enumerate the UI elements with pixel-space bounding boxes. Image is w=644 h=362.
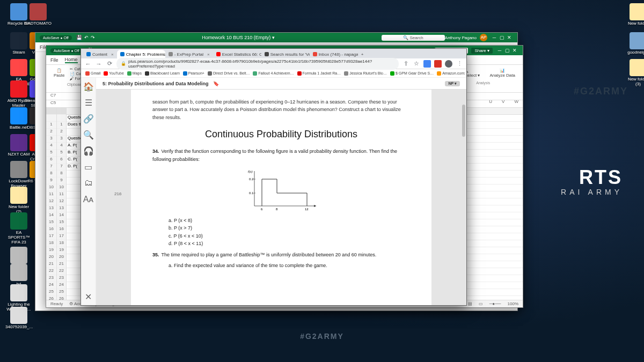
bookmark-star-icon[interactable]: ☆: [413, 60, 420, 67]
row-header[interactable]: 2: [57, 129, 66, 136]
row-header[interactable]: 4: [46, 143, 56, 150]
row-header[interactable]: 19: [46, 247, 56, 254]
row-header[interactable]: 20: [57, 254, 66, 261]
row-header[interactable]: 12: [57, 198, 66, 205]
row-header[interactable]: 18: [57, 240, 66, 247]
row-header[interactable]: 9: [46, 178, 56, 184]
new-tab-button[interactable]: +: [358, 50, 367, 58]
font-size-icon[interactable]: Aᴀ: [84, 195, 93, 203]
row-header[interactable]: 22: [57, 268, 66, 275]
row-header[interactable]: 2: [46, 129, 56, 136]
share-button[interactable]: Share ▾: [471, 48, 493, 54]
browser-tab[interactable]: Chapter 5: Problems and E...×: [117, 50, 165, 58]
row-header[interactable]: 21: [46, 261, 56, 268]
desktop-icon[interactable]: 340752039_...: [5, 307, 32, 330]
chrome-menu-icon[interactable]: ⋮: [456, 60, 463, 67]
row-header[interactable]: 16: [57, 226, 66, 233]
tab-home[interactable]: Home: [65, 57, 78, 63]
row-header[interactable]: 22: [46, 268, 56, 275]
bookmark-item[interactable]: Direct Drive vs. Belt…: [208, 71, 250, 76]
row-header[interactable]: 9: [57, 178, 66, 184]
reload-button[interactable]: ⟳: [106, 60, 113, 67]
user-name[interactable]: Anthony Pagano: [445, 35, 477, 40]
row-header[interactable]: 5: [57, 150, 66, 157]
row-header[interactable]: 17: [57, 233, 66, 240]
row-header[interactable]: 10: [57, 184, 66, 191]
desktop-icon[interactable]: goodneig...: [625, 32, 644, 55]
row-header[interactable]: 16: [46, 226, 56, 233]
bookmark-item[interactable]: Maps: [127, 71, 142, 76]
bookmark-page-icon[interactable]: 🔖: [213, 81, 219, 86]
desktop-icon[interactable]: EA SPORTS™ FIFA 23: [5, 212, 32, 245]
share-icon[interactable]: ⇪: [402, 60, 409, 67]
extension-1-icon[interactable]: [423, 60, 431, 68]
row-header[interactable]: 5: [46, 150, 56, 157]
row-header[interactable]: 25: [57, 289, 66, 296]
undo-icon[interactable]: ↶: [84, 35, 89, 40]
row-header[interactable]: 14: [46, 212, 56, 219]
close-sidebar-icon[interactable]: ✕: [84, 292, 93, 301]
row-header[interactable]: 8: [46, 171, 56, 178]
row-header[interactable]: 3: [46, 136, 56, 143]
row-header[interactable]: 11: [46, 191, 56, 198]
zoom-slider[interactable]: ─●──: [489, 301, 501, 306]
profile-avatar[interactable]: [445, 60, 452, 68]
row-header[interactable]: 24: [46, 282, 56, 289]
row-header[interactable]: 25: [46, 289, 56, 296]
maximize-icon[interactable]: ▢: [503, 48, 511, 53]
analyze-data-button[interactable]: 📊Analyze Data: [486, 67, 518, 79]
bookmark-item[interactable]: Fallout 4 Achievem…: [253, 71, 294, 76]
zoom-level[interactable]: 100%: [508, 301, 518, 306]
browser-tab[interactable]: - ExPrep Portal×: [165, 50, 213, 58]
close-icon[interactable]: ✕: [511, 48, 518, 53]
row-header[interactable]: 18: [46, 240, 56, 247]
tab-close-icon[interactable]: ×: [207, 52, 210, 57]
row-header[interactable]: 3: [57, 136, 66, 143]
view-break-icon[interactable]: ▭: [479, 301, 483, 306]
desktop-icon[interactable]: New folder: [625, 3, 644, 26]
minimize-icon[interactable]: ─: [496, 48, 503, 53]
user-avatar[interactable]: AP: [480, 34, 487, 41]
scrollbar-thumb[interactable]: [462, 105, 465, 137]
row-header[interactable]: 4: [57, 143, 66, 150]
browser-tab[interactable]: Inbox (748) - napagano11@×: [310, 50, 358, 58]
view-page-icon[interactable]: ▤: [468, 301, 472, 306]
row-header[interactable]: 24: [57, 282, 66, 289]
bookmark-item[interactable]: YouTube: [104, 71, 124, 76]
bookmark-item[interactable]: Jessica Riutort's Blo…: [344, 71, 387, 76]
desktop-icon[interactable]: New folder (2): [5, 187, 32, 215]
minimize-icon[interactable]: ─: [491, 35, 498, 40]
bookmark-item[interactable]: Blackboard Learn: [145, 71, 180, 76]
row-header[interactable]: 13: [57, 205, 66, 212]
row-header[interactable]: 6: [46, 157, 56, 164]
toc-icon[interactable]: ☰: [84, 98, 93, 107]
row-header[interactable]: 21: [57, 261, 66, 268]
notes-icon[interactable]: ▭: [84, 162, 93, 171]
excel-titlebar[interactable]: AutoSave ● Off 💾 ↶ ↷ Homework 10 BUS 210…: [35, 33, 517, 42]
home-icon[interactable]: 🏠: [84, 82, 93, 91]
redo-icon[interactable]: ↷: [91, 35, 95, 40]
row-header[interactable]: 1: [57, 122, 66, 129]
tab-close-icon[interactable]: ×: [111, 52, 114, 57]
save-icon[interactable]: 💾: [76, 35, 82, 40]
row-header[interactable]: 19: [57, 247, 66, 254]
flashcard-icon[interactable]: 🗂: [84, 179, 93, 187]
desktop-icon[interactable]: New folder (3): [625, 59, 644, 87]
browser-tab[interactable]: Excel Statistics 66: Continu…×: [213, 50, 261, 58]
row-header[interactable]: 12: [46, 198, 56, 205]
row-header[interactable]: 7: [46, 164, 56, 171]
browser-tab[interactable]: Search results for 'Verify th…×: [261, 50, 310, 58]
address-bar[interactable]: 🔒 plus.pearson.com/products/99f02827-eca…: [116, 58, 399, 70]
row-header[interactable]: 23: [46, 275, 56, 282]
extension-2-icon[interactable]: [434, 60, 442, 68]
autosave-toggle[interactable]: AutoSave ● Off: [40, 35, 72, 40]
tab-file[interactable]: File: [50, 57, 58, 63]
desktop-icon[interactable]: SADTOMATO: [25, 3, 52, 26]
row-header[interactable]: 8: [57, 171, 66, 178]
row-header[interactable]: 23: [57, 275, 66, 282]
row-header[interactable]: 1: [46, 122, 56, 129]
row-header[interactable]: 20: [46, 254, 56, 261]
forward-button[interactable]: →: [95, 61, 103, 67]
row-header[interactable]: 14: [57, 212, 66, 219]
browser-tab[interactable]: Content×: [83, 50, 117, 58]
